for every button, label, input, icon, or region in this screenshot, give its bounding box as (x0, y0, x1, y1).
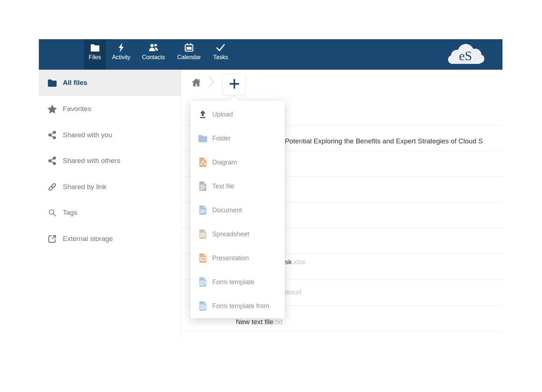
folder-icon (198, 134, 208, 142)
file-list-area: Potential Exploring the Benefits and Exp… (181, 70, 502, 338)
upload-icon (198, 110, 208, 119)
cloud-logo: eS (445, 41, 487, 68)
menu-item-document[interactable]: Document (191, 198, 284, 222)
diagram-file-icon (198, 158, 208, 167)
menu-item-label: Presentation (212, 254, 249, 262)
tab-contacts[interactable]: Contacts (137, 39, 170, 70)
sidebar-item-label: Tags (63, 209, 77, 217)
sidebar-item-label: All files (63, 79, 87, 87)
file-extension: docxf (285, 288, 301, 296)
tab-label: Activity (112, 54, 131, 61)
external-link-icon (47, 234, 57, 243)
sidebar-item-favorites[interactable]: Favorites (39, 96, 181, 122)
form-template-from-file-icon (198, 301, 208, 311)
file-row-name[interactable]: Potential Exploring the Benefits and Exp… (285, 136, 502, 146)
calendar-icon (184, 42, 194, 53)
file-row-name[interactable]: New text file.txt (236, 317, 490, 327)
folder-icon (47, 79, 57, 87)
menu-item-label: Document (212, 207, 242, 214)
tab-activity[interactable]: Activity (108, 39, 134, 70)
menu-item-label: Form template from (212, 302, 269, 310)
sidebar-item-all-files[interactable]: All files (39, 70, 181, 96)
presentation-file-icon (198, 253, 208, 263)
share-icon (47, 131, 57, 139)
sidebar-item-label: Shared with others (63, 157, 120, 165)
sidebar-item-label: Shared by link (63, 183, 106, 191)
file-extension: .txt (273, 318, 282, 326)
star-icon (47, 105, 57, 114)
sidebar-item-external-storage[interactable]: External storage (39, 226, 181, 252)
tab-calendar[interactable]: Calendar (172, 39, 206, 70)
tab-label: Files (89, 54, 101, 61)
link-icon (47, 182, 57, 192)
cloud-files-app: Files Activity Contacts (39, 39, 502, 338)
lightning-icon (118, 42, 125, 53)
tab-files[interactable]: Files (84, 39, 106, 70)
sidebar-item-shared-by-link[interactable]: Shared by link (39, 174, 181, 200)
menu-item-label: Folder (212, 135, 231, 142)
text-file-icon (198, 181, 208, 191)
folder-icon (90, 42, 100, 53)
file-row-name[interactable]: docxf (285, 287, 502, 297)
file-basename: New text file (236, 318, 273, 326)
file-row-name[interactable]: sk.xlsx (285, 257, 502, 267)
home-icon[interactable] (191, 77, 202, 90)
tab-label: Contacts (142, 54, 165, 61)
document-file-icon (198, 205, 208, 215)
menu-item-presentation[interactable]: Presentation (191, 246, 284, 270)
tab-tasks[interactable]: Tasks (209, 39, 232, 70)
menu-item-spreadsheet[interactable]: Spreadsheet (191, 222, 284, 246)
menu-item-label: Form template (212, 278, 254, 286)
menu-item-upload[interactable]: Upload (191, 102, 284, 126)
menu-item-label: Upload (212, 111, 233, 118)
sidebar-item-label: Favorites (63, 105, 91, 113)
spreadsheet-file-icon (198, 229, 208, 239)
menu-item-label: Text file (212, 183, 234, 190)
new-file-button[interactable] (222, 74, 246, 95)
files-sidebar: All files Favorites Shared wi (39, 70, 181, 338)
file-basename: sk (285, 258, 292, 266)
menu-item-diagram[interactable]: Diagram (191, 150, 284, 174)
menu-item-label: Spreadsheet (212, 230, 249, 238)
sidebar-item-label: External storage (63, 235, 113, 243)
top-navbar: Files Activity Contacts (39, 39, 502, 70)
screenshot-canvas: Files Activity Contacts (0, 0, 542, 392)
menu-item-form-template[interactable]: Form template (191, 270, 284, 294)
logo-text: eS (459, 49, 472, 63)
chevron-right-icon (208, 75, 216, 90)
sidebar-item-shared-with-you[interactable]: Shared with you (39, 122, 181, 148)
sidebar-item-tags[interactable]: Tags (39, 200, 181, 226)
share-icon (47, 156, 57, 165)
menu-item-text-file[interactable]: Text file (191, 174, 284, 198)
menu-item-form-template-from-file[interactable]: Form template from (191, 294, 284, 318)
magnifier-icon (47, 208, 57, 217)
sidebar-item-label: Shared with you (63, 131, 112, 139)
menu-item-folder[interactable]: Folder (191, 126, 284, 150)
tab-label: Calendar (177, 54, 201, 61)
form-template-icon (198, 277, 208, 287)
file-basename: Potential Exploring the Benefits and Exp… (285, 137, 483, 145)
new-file-menu: Upload Folder (190, 101, 285, 318)
file-extension: .xlsx (292, 258, 305, 266)
row-separator (181, 331, 502, 331)
tab-label: Tasks (213, 54, 228, 61)
sidebar-item-shared-with-others[interactable]: Shared with others (39, 148, 181, 174)
people-icon (148, 42, 159, 53)
plus-icon (229, 78, 240, 91)
check-icon (216, 42, 225, 53)
menu-item-label: Diagram (212, 159, 237, 166)
